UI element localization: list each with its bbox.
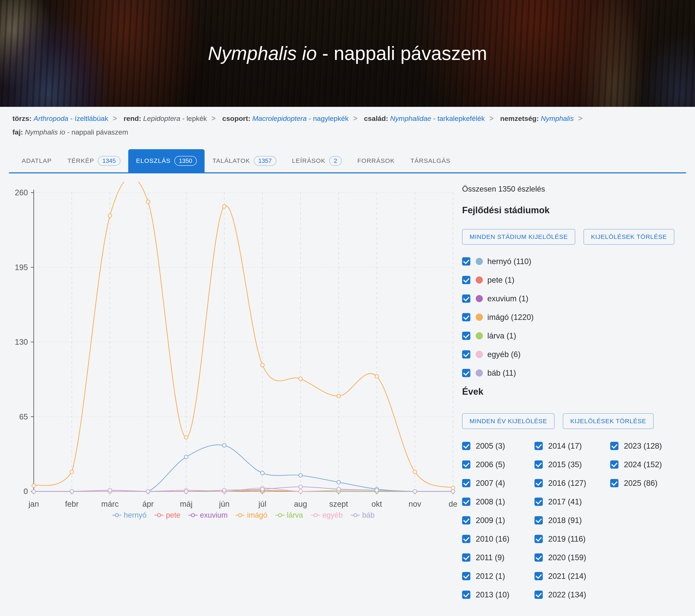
breadcrumb-taxon-link[interactable]: Macrolepidoptera - nagylepkék <box>252 115 349 122</box>
legend-series-label: imágó <box>247 511 267 520</box>
year-checkbox-2023[interactable] <box>610 442 618 450</box>
year-checkbox-2025[interactable] <box>610 479 618 487</box>
page-title-scientific-name: Nymphalis io <box>208 43 317 64</box>
year-checkbox-2021[interactable] <box>535 572 543 580</box>
year-label: 2016 (127) <box>548 479 586 488</box>
legend-item-pete[interactable]: pete <box>154 511 180 520</box>
year-checkbox-2024[interactable] <box>610 460 618 469</box>
year-checkbox-2006[interactable] <box>462 460 470 469</box>
legend-series-marker-icon <box>275 512 285 518</box>
year-filter-row: 2008 (1) <box>462 492 535 511</box>
year-checkbox-2014[interactable] <box>535 442 543 450</box>
year-filter-grid: 2005 (3) 2006 (5) 2007 (4) 2008 (1) 2009… <box>462 437 685 604</box>
legend-item-exuvium[interactable]: exuvium <box>188 511 227 520</box>
year-label: 2009 (1) <box>476 516 505 525</box>
breadcrumb-rank-label: család: <box>364 115 388 122</box>
stage-filter-list: hernyó (110) pete (1) exuvium (1) imágó … <box>462 252 688 382</box>
tab-label: TALÁLATOK <box>213 157 250 164</box>
year-checkbox-2020[interactable] <box>535 553 543 562</box>
stage-color-dot-icon <box>476 295 483 302</box>
tab-találatok[interactable]: TALÁLATOK1357 <box>205 149 284 172</box>
stage-checkbox-egyéb[interactable] <box>462 350 470 358</box>
select-all-years-button[interactable]: MINDEN ÉV KIJELÖLÉSE <box>462 413 555 429</box>
stage-checkbox-hernyó[interactable] <box>462 257 470 266</box>
year-checkbox-2005[interactable] <box>462 442 470 450</box>
legend-item-báb[interactable]: báb <box>351 511 375 520</box>
year-checkbox-2007[interactable] <box>462 479 470 487</box>
years-heading: Évek <box>462 386 484 397</box>
year-checkbox-2013[interactable] <box>462 591 470 599</box>
stage-color-dot-icon <box>476 258 483 265</box>
year-checkbox-2012[interactable] <box>462 572 470 580</box>
year-label: 2008 (1) <box>476 497 505 506</box>
tab-adatlap[interactable]: ADATLAP <box>14 149 60 172</box>
distribution-chart: 065130195260janfebrmárcáprmájjúnjúlaugsz… <box>8 182 470 533</box>
year-checkbox-2009[interactable] <box>462 516 470 525</box>
svg-text:nov: nov <box>408 500 421 508</box>
stage-color-dot-icon <box>476 332 483 339</box>
stage-checkbox-imágó[interactable] <box>462 313 470 321</box>
year-checkbox-2008[interactable] <box>462 498 470 506</box>
stage-filter-row: báb (11) <box>462 364 688 382</box>
year-label: 2011 (9) <box>476 553 505 562</box>
breadcrumb-item: család: Nymphalidae - tarkalepkefélék> <box>364 115 498 122</box>
breadcrumb-taxon-link: Lepidoptera - lepkék <box>143 115 207 122</box>
year-checkbox-2010[interactable] <box>462 535 470 543</box>
year-checkbox-2011[interactable] <box>462 553 470 562</box>
year-filter-row: 2010 (16) <box>462 530 535 548</box>
tab-eloszlás[interactable]: ELOSZLÁS1350 <box>128 149 205 172</box>
breadcrumb-taxon-link[interactable]: Arthropoda - ízeltlábúak <box>34 115 108 122</box>
year-label: 2015 (35) <box>548 460 582 469</box>
clear-year-selection-button[interactable]: KIJELÖLÉSEK TÖRLÉSE <box>563 413 654 429</box>
legend-item-egyéb[interactable]: egyéb <box>311 511 343 520</box>
breadcrumb-chevron-icon: > <box>353 114 357 123</box>
tab-térkép[interactable]: TÉRKÉP1345 <box>60 149 128 172</box>
year-checkbox-2019[interactable] <box>535 535 543 543</box>
svg-text:júl: júl <box>258 500 267 508</box>
tab-bar: ADATLAP TÉRKÉP1345 ELOSZLÁS1350 TALÁLATO… <box>9 149 686 173</box>
tab-label: TÉRKÉP <box>67 157 94 164</box>
legend-series-label: hernyó <box>124 511 147 520</box>
year-filter-row: 2024 (152) <box>610 455 685 474</box>
select-all-stages-button[interactable]: MINDEN STÁDIUM KIJELÖLÉSE <box>462 229 575 245</box>
stage-color-dot-icon <box>476 314 483 321</box>
year-filter-row: 2015 (35) <box>535 455 610 474</box>
breadcrumb-rank-label: csoport: <box>222 115 251 122</box>
year-label: 2019 (116) <box>548 534 586 544</box>
year-checkbox-2016[interactable] <box>535 479 543 487</box>
legend-series-marker-icon <box>154 512 164 518</box>
stage-checkbox-pete[interactable] <box>462 276 470 284</box>
clear-stage-selection-button[interactable]: KIJELÖLÉSEK TÖRLÉSE <box>583 229 674 245</box>
year-checkbox-2022[interactable] <box>535 591 543 599</box>
stage-checkbox-báb[interactable] <box>462 369 470 377</box>
year-filter-row: 2014 (17) <box>535 437 610 455</box>
year-label: 2012 (1) <box>476 572 505 581</box>
breadcrumb-taxon-link[interactable]: Nymphalis <box>541 115 574 122</box>
legend-item-hernyó[interactable]: hernyó <box>112 511 147 520</box>
stage-filter-row: hernyó (110) <box>462 252 688 271</box>
legend-item-lárva[interactable]: lárva <box>275 511 303 520</box>
breadcrumb-taxon-link[interactable]: Nymphalidae - tarkalepkefélék <box>390 115 485 122</box>
legend-series-label: pete <box>166 511 180 520</box>
year-checkbox-2017[interactable] <box>535 498 543 506</box>
svg-text:szept: szept <box>329 500 348 508</box>
stage-filter-row: egyéb (6) <box>462 345 688 364</box>
year-filter-row: 2011 (9) <box>462 548 535 567</box>
legend-item-imágó[interactable]: imágó <box>235 511 267 520</box>
year-checkbox-2015[interactable] <box>535 460 543 469</box>
breadcrumb-line1: törzs: Arthropoda - ízeltlábúak> rend: L… <box>12 111 682 125</box>
tab-label: LEÍRÁSOK <box>292 157 326 164</box>
stage-label: hernyó (110) <box>487 257 531 266</box>
year-filter-row: 2025 (86) <box>610 474 685 492</box>
stage-color-dot-icon <box>476 277 483 283</box>
tab-társalgás[interactable]: TÁRSALGÁS <box>403 149 458 172</box>
year-checkbox-2018[interactable] <box>535 516 543 525</box>
stage-checkbox-lárva[interactable] <box>462 332 470 340</box>
year-label: 2018 (91) <box>548 516 582 525</box>
tab-count-badge: 1345 <box>98 156 120 166</box>
tab-források[interactable]: FORRÁSOK <box>350 149 403 172</box>
tab-count-badge: 1357 <box>254 156 276 166</box>
tab-leírások[interactable]: LEÍRÁSOK2 <box>284 149 350 172</box>
stage-checkbox-exuvium[interactable] <box>462 295 470 303</box>
legend-series-label: lárva <box>287 511 303 520</box>
